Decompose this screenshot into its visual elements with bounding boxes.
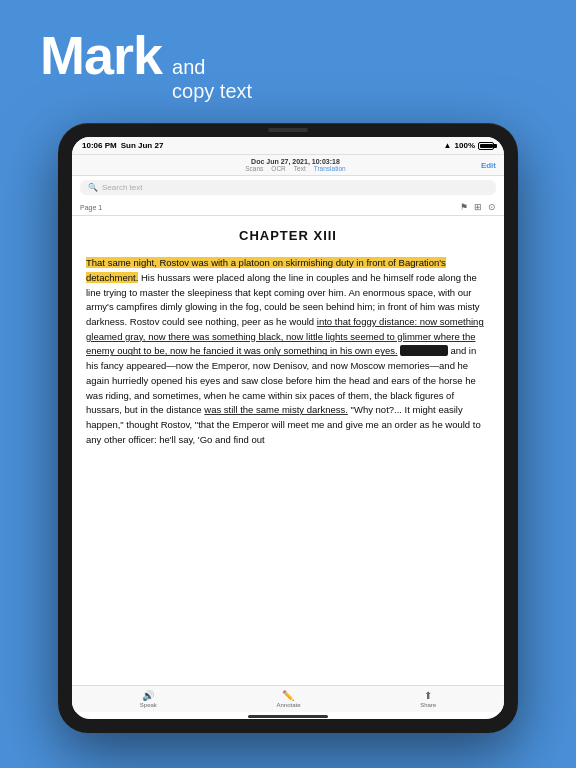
- content-area: CHAPTER XIII That same night, Rostov was…: [72, 216, 504, 685]
- tab-ocr[interactable]: OCR: [271, 165, 285, 172]
- tab-translation[interactable]: Translation: [314, 165, 346, 172]
- tab-scans[interactable]: Scans: [245, 165, 263, 172]
- speak-icon: 🔊: [142, 690, 154, 701]
- status-time: 10:06 PM Sun Jun 27: [82, 141, 163, 150]
- header-and-label: and: [172, 55, 252, 79]
- speak-label: Speak: [140, 702, 157, 708]
- header-copy-label: copy text: [172, 79, 252, 103]
- ipad-camera: [268, 128, 308, 132]
- header-mark-label: Mark: [40, 28, 162, 82]
- doc-tabs[interactable]: Scans OCR Text Translation: [245, 165, 345, 172]
- paragraph-1: That same night, Rostov was with a plato…: [86, 256, 490, 447]
- annotate-icon: ✏️: [282, 690, 294, 701]
- wifi-icon: ▲: [444, 141, 452, 150]
- toolbar-row: Page 1 ⚑ ⊞ ⊙: [72, 199, 504, 216]
- bottom-bar: 🔊 Speak ✏️ Annotate ⬆ Share: [72, 685, 504, 712]
- doc-title-center: Doc Jun 27, 2021, 10:03:18 Scans OCR Tex…: [245, 158, 345, 172]
- status-indicators: ▲ 100%: [444, 141, 494, 150]
- status-bar: 10:06 PM Sun Jun 27 ▲ 100%: [72, 137, 504, 155]
- share-icon: ⬆: [424, 690, 432, 701]
- redacted-text: [400, 345, 448, 356]
- flag-icon[interactable]: ⚑: [460, 202, 468, 212]
- chapter-title: CHAPTER XIII: [86, 226, 490, 246]
- share-label: Share: [420, 702, 436, 708]
- header-rest: and copy text: [172, 55, 252, 103]
- annotate-button[interactable]: ✏️ Annotate: [276, 690, 300, 708]
- tab-text[interactable]: Text: [294, 165, 306, 172]
- page-label: Page 1: [80, 204, 102, 211]
- underlined-text-2: was still the same misty darkness.: [204, 404, 348, 415]
- doc-title-name: Doc Jun 27, 2021, 10:03:18: [251, 158, 340, 165]
- search-placeholder: Search text: [102, 183, 142, 192]
- home-indicator: [248, 715, 328, 718]
- speak-button[interactable]: 🔊 Speak: [140, 690, 157, 708]
- layout-icon[interactable]: ⊞: [474, 202, 482, 212]
- options-icon[interactable]: ⊙: [488, 202, 496, 212]
- search-bar[interactable]: 🔍 Search text: [80, 180, 496, 195]
- annotate-label: Annotate: [276, 702, 300, 708]
- battery-icon: [478, 142, 494, 150]
- header: Mark and copy text: [0, 0, 576, 123]
- toolbar-icons: ⚑ ⊞ ⊙: [460, 202, 496, 212]
- ipad-device: 10:06 PM Sun Jun 27 ▲ 100% Doc Jun 27, 2…: [58, 123, 518, 733]
- ipad-screen: 10:06 PM Sun Jun 27 ▲ 100% Doc Jun 27, 2…: [72, 137, 504, 719]
- share-button[interactable]: ⬆ Share: [420, 690, 436, 708]
- search-icon: 🔍: [88, 183, 98, 192]
- edit-button[interactable]: Edit: [481, 161, 496, 170]
- doc-title-bar: Doc Jun 27, 2021, 10:03:18 Scans OCR Tex…: [72, 155, 504, 176]
